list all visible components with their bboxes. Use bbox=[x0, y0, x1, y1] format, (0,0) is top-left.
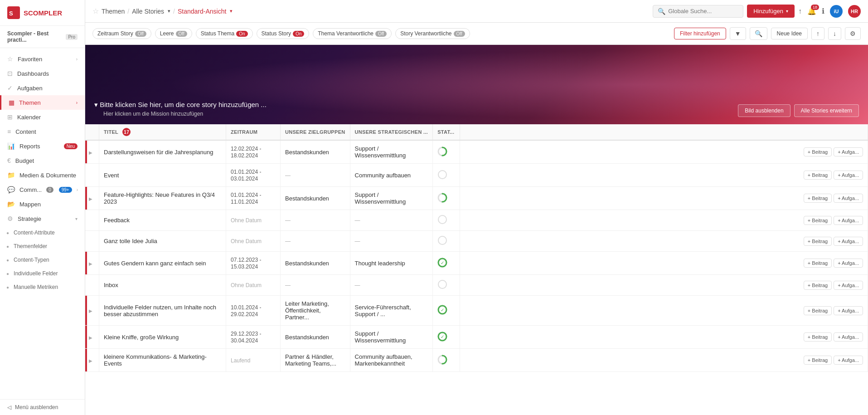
row-title[interactable]: Individuelle Felder nutzen, um Inhalte n… bbox=[104, 304, 216, 317]
search-filter-button[interactable]: 🔍 bbox=[750, 27, 767, 40]
expand-all-stories-button[interactable]: Alle Stories erweitern bbox=[794, 104, 859, 117]
expand-row-button[interactable]: ▶ bbox=[89, 335, 92, 340]
sidebar-item-aufgaben[interactable]: ✓ Aufgaben bbox=[0, 81, 85, 95]
zeitraum-cell: 29.12.2023 -30.04.2024 bbox=[226, 326, 281, 349]
sidebar-item-content[interactable]: ≡ Content bbox=[0, 124, 85, 139]
strategisch-cell: — bbox=[350, 275, 433, 296]
strategisch-cell: — bbox=[350, 231, 433, 252]
toggle-off-badge: Off bbox=[375, 31, 387, 37]
info-icon[interactable]: ℹ bbox=[822, 7, 824, 15]
add-aufgabe-button[interactable]: + Aufga... bbox=[834, 171, 863, 180]
add-beitrag-button[interactable]: + Beitrag bbox=[804, 147, 832, 156]
breadcrumb-themen[interactable]: Themen bbox=[102, 8, 125, 15]
sidebar-item-themenfelder[interactable]: ● Themenfelder bbox=[0, 239, 85, 253]
global-search[interactable]: 🔍 bbox=[653, 5, 743, 18]
add-filter-button[interactable]: Filter hinzufügen bbox=[674, 28, 726, 39]
expand-row-button[interactable]: ▶ bbox=[89, 261, 92, 266]
sidebar-item-themen[interactable]: ▦ Themen › bbox=[0, 95, 85, 110]
add-beitrag-button[interactable]: + Beitrag bbox=[804, 216, 832, 225]
sidebar-item-mappen[interactable]: 📂 Mappen bbox=[0, 197, 85, 211]
dot-icon: ● bbox=[6, 271, 9, 276]
expand-row-button[interactable]: ▶ bbox=[89, 150, 92, 155]
svg-point-12 bbox=[438, 280, 446, 288]
expand-row-button[interactable]: ▶ bbox=[89, 196, 92, 201]
add-aufgabe-button[interactable]: + Aufga... bbox=[834, 356, 863, 365]
add-beitrag-button[interactable]: + Beitrag bbox=[804, 194, 832, 203]
row-title[interactable]: Feedback bbox=[104, 217, 130, 224]
expand-row-button[interactable]: ▶ bbox=[89, 308, 92, 313]
notification-icon[interactable]: 🔔 18 bbox=[807, 7, 816, 15]
add-button[interactable]: Hinzufügen ▾ bbox=[747, 5, 795, 18]
add-aufgabe-button[interactable]: + Aufga... bbox=[834, 147, 863, 156]
row-title[interactable]: Ganz tolle Idee Julia bbox=[104, 238, 157, 244]
add-beitrag-button[interactable]: + Beitrag bbox=[804, 237, 832, 246]
row-title[interactable]: Darstellungsweisen für die Jahresplanung bbox=[104, 149, 213, 156]
filter-leere[interactable]: Leere Off bbox=[155, 28, 192, 39]
sidebar-item-budget[interactable]: € Budget bbox=[0, 153, 85, 168]
sidebar-item-content-typen[interactable]: ● Content-Typen bbox=[0, 253, 85, 267]
sidebar-item-content-attribute[interactable]: ● Content-Attribute bbox=[0, 226, 85, 239]
add-aufgabe-button[interactable]: + Aufga... bbox=[834, 237, 863, 246]
filter-status-story[interactable]: Status Story On bbox=[257, 28, 310, 39]
actions-cell: + Beitrag + Aufga... bbox=[460, 210, 868, 231]
actions-cell: + Beitrag + Aufga... bbox=[460, 326, 868, 349]
neue-idee-button[interactable]: Neue Idee bbox=[771, 28, 808, 39]
filter-thema-verantwortliche[interactable]: Thema Verantwortliche Off bbox=[313, 28, 392, 39]
row-title[interactable]: kleinere Kommunikations- & Marketing-Eve… bbox=[104, 353, 207, 367]
standard-ansicht-dropdown-icon[interactable]: ▾ bbox=[230, 8, 233, 14]
import-button[interactable]: ↓ bbox=[828, 27, 841, 40]
sidebar-item-comm[interactable]: 💬 Comm... 0 99+ › bbox=[0, 182, 85, 197]
row-actions: + Beitrag + Aufga... bbox=[465, 356, 863, 365]
add-beitrag-button[interactable]: + Beitrag bbox=[804, 171, 832, 180]
sidebar-item-reports[interactable]: 📊 Reports Neu bbox=[0, 139, 85, 153]
expand-row-button[interactable]: ▶ bbox=[89, 358, 92, 363]
sidebar-item-individuelle-felder[interactable]: ● Individuelle Felder bbox=[0, 267, 85, 280]
add-beitrag-button[interactable]: + Beitrag bbox=[804, 281, 832, 290]
add-beitrag-button[interactable]: + Beitrag bbox=[804, 259, 832, 268]
sidebar-item-label: Comm... bbox=[19, 186, 42, 193]
hide-menu-button[interactable]: ◁ Menü ausblenden bbox=[0, 399, 85, 415]
filter-status-thema[interactable]: Status Thema On bbox=[196, 28, 253, 39]
alle-stories-dropdown-icon[interactable]: ▾ bbox=[168, 8, 170, 14]
sidebar-item-favoriten[interactable]: ☆ Favoriten › bbox=[0, 52, 85, 66]
sidebar-workspace[interactable]: Scompler - Best practi... Pro bbox=[0, 26, 85, 48]
notification-badge: 18 bbox=[811, 5, 819, 10]
add-beitrag-button[interactable]: + Beitrag bbox=[804, 332, 832, 342]
add-aufgabe-button[interactable]: + Aufga... bbox=[834, 259, 863, 268]
user-avatar[interactable]: HR bbox=[848, 5, 861, 18]
add-aufgabe-button[interactable]: + Aufga... bbox=[834, 332, 863, 342]
sidebar-item-manuelle-metriken[interactable]: ● Manuelle Metriken bbox=[0, 280, 85, 294]
actions-cell: + Beitrag + Aufga... bbox=[460, 252, 868, 275]
row-title[interactable]: Inbox bbox=[104, 282, 118, 288]
add-aufgabe-button[interactable]: + Aufga... bbox=[834, 281, 863, 290]
filter-zeitraum-story[interactable]: Zeitraum Story Off bbox=[92, 28, 151, 39]
sidebar-item-kalender[interactable]: ⊞ Kalender bbox=[0, 110, 85, 124]
add-aufgabe-button[interactable]: + Aufga... bbox=[834, 306, 863, 315]
user-avatar-blue[interactable]: iU bbox=[830, 5, 843, 18]
strategisch-cell: Service-Führerschaft, Support / ... bbox=[350, 296, 433, 326]
filter-options-button[interactable]: ▼ bbox=[730, 27, 746, 40]
export-button[interactable]: ↑ bbox=[811, 27, 824, 40]
upload-icon[interactable]: ↑ bbox=[798, 7, 802, 15]
add-aufgabe-button[interactable]: + Aufga... bbox=[834, 194, 863, 203]
actions-cell: + Beitrag + Aufga... bbox=[460, 296, 868, 326]
breadcrumb-standard-ansicht[interactable]: Standard-Ansicht bbox=[178, 8, 226, 15]
row-title[interactable]: Kleine Kniffe, große Wirkung bbox=[104, 334, 179, 341]
table-row: ▶ Individuelle Felder nutzen, um Inhalte… bbox=[85, 296, 868, 326]
sidebar-item-strategie[interactable]: ⚙ Strategie ▾ bbox=[0, 211, 85, 226]
sidebar-item-dashboards[interactable]: ⊡ Dashboards bbox=[0, 66, 85, 81]
add-beitrag-button[interactable]: + Beitrag bbox=[804, 356, 832, 365]
breadcrumb-alle-stories[interactable]: Alle Stories bbox=[132, 8, 164, 15]
filter-story-verantwortliche[interactable]: Story Verantwortliche Off bbox=[395, 28, 470, 39]
hide-image-button[interactable]: Bild ausblenden bbox=[738, 104, 790, 117]
favorite-star-icon[interactable]: ☆ bbox=[92, 7, 99, 15]
sidebar-item-medien[interactable]: 📁 Medien & Dokumente bbox=[0, 168, 85, 182]
add-aufgabe-button[interactable]: + Aufga... bbox=[834, 216, 863, 225]
row-title[interactable]: Event bbox=[104, 172, 119, 179]
table-row: ▶ Feature-Highlights: Neue Features in Q… bbox=[85, 187, 868, 210]
search-input[interactable] bbox=[668, 8, 738, 15]
row-title[interactable]: Feature-Highlights: Neue Features in Q3/… bbox=[104, 191, 215, 205]
settings-button[interactable]: ⚙ bbox=[845, 27, 861, 40]
add-beitrag-button[interactable]: + Beitrag bbox=[804, 306, 832, 315]
row-title[interactable]: Gutes Gendern kann ganz einfach sein bbox=[104, 260, 206, 267]
